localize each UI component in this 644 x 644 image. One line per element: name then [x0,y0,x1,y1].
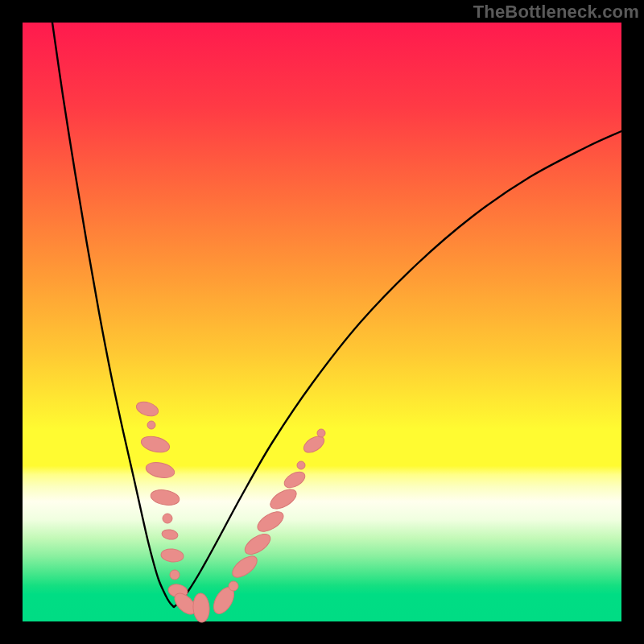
bead [297,461,305,469]
watermark-text: TheBottleneck.com [473,2,639,23]
bead [282,469,308,491]
bead [134,399,160,419]
bead [229,581,238,591]
chart-frame: TheBottleneck.com [0,0,644,644]
bead [170,570,180,580]
bead [139,434,171,455]
plot-area [23,23,621,621]
bead [163,514,172,523]
bead [150,488,181,507]
bead [267,485,299,513]
bead [254,508,287,535]
chart-svg [23,23,621,621]
bead [317,429,325,437]
bead [192,592,210,622]
curve-right-branch [174,131,621,607]
bead [147,421,155,429]
bead [161,529,178,541]
bead [145,460,176,480]
curve-left-branch [52,23,174,607]
bead [242,530,274,558]
bead [160,548,184,564]
bead [229,552,260,581]
